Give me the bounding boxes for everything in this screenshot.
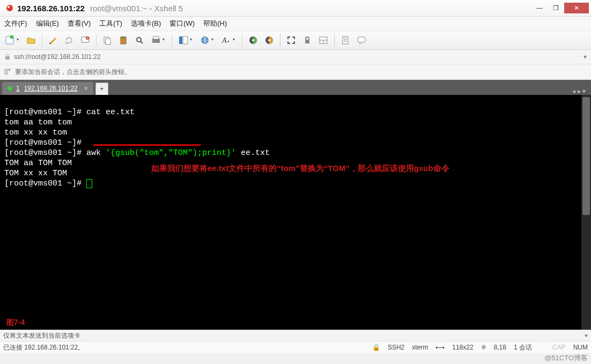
svg-point-12 [137,38,141,42]
sidebar-panel-icon[interactable] [317,34,330,47]
edit-icon[interactable] [47,34,60,47]
status-num: NUM [573,344,588,351]
log-icon[interactable] [339,34,352,47]
compose-bar: 仅将文本发送到当前选项卡 ▾ [0,330,591,341]
prompt: [root@vms001 ~]# [4,138,82,147]
menu-edit[interactable]: 编辑(E) [36,19,59,28]
cmd-cat: cat ee.txt [86,108,135,117]
compose-dropdown-icon[interactable]: ▾ [585,332,588,339]
menu-file[interactable]: 文件(F) [4,19,27,28]
title-ip: 192.168.26.101:22 [17,4,85,13]
output-line: TOM xx xx TOM [4,169,67,178]
tip-arrow-icon[interactable] [4,68,12,76]
svg-rect-25 [305,40,309,43]
svg-rect-4 [49,43,51,44]
menu-tabs[interactable]: 选项卡(B) [131,19,161,28]
properties-icon[interactable] [176,34,195,47]
svg-rect-11 [122,36,125,38]
help-balloon-icon[interactable] [355,34,368,47]
tabstrip: 1 192.168.26.101:22 × + ◂ ▸ ▾ [0,80,591,95]
status-size-icon: ⟷ [435,344,445,351]
close-button[interactable]: ✕ [564,3,589,13]
svg-rect-3 [10,35,13,39]
lock-icon[interactable] [301,34,314,47]
app-logo-icon [5,4,14,12]
address-dropdown-icon[interactable]: ▾ [583,53,587,61]
compose-text: 仅将文本发送到当前选项卡 [3,331,80,340]
maximize-button[interactable]: ❐ [548,3,563,13]
status-termtype: xterm [412,344,428,351]
status-bar: 已连接 192.168.26.101:22。 🔒 SSH2 xterm ⟷ 11… [0,341,591,353]
figure-label: 图7-4 [6,317,25,328]
terminal[interactable]: [root@vms001 ~]# cat ee.txt tom aa tom t… [0,95,591,330]
tip-text: 要添加当前会话，点击左侧的箭头按钮。 [15,68,131,77]
svg-rect-34 [5,56,10,60]
font-icon[interactable]: A▪ [219,34,238,47]
output-line: tom aa tom tom [4,118,72,127]
tab-nav-arrows[interactable]: ◂ ▸ ▾ [572,87,589,95]
address-url[interactable]: ssh://root@192.168.26.101:22 [14,53,580,61]
paste-icon[interactable] [117,34,130,47]
titlebar: 192.168.26.101:22 root@vms001:~ - Xshell… [0,0,591,17]
highlight-icon[interactable] [263,34,276,47]
svg-point-0 [6,5,13,11]
svg-line-13 [141,41,143,43]
scrollbar-thumb[interactable] [582,97,590,215]
prompt: [root@vms001 ~]# [4,148,86,158]
menubar: 文件(F) 编辑(E) 查看(V) 工具(T) 选项卡(B) 窗口(W) 帮助(… [0,17,591,31]
menu-view[interactable]: 查看(V) [68,19,91,28]
svg-point-22 [252,39,254,41]
toolbar: A▪ [0,31,591,50]
status-lock-icon: 🔒 [372,344,380,351]
menu-tools[interactable]: 工具(T) [99,19,122,28]
svg-rect-35 [5,69,8,74]
fullscreen-icon[interactable] [285,34,298,47]
disconnect-icon[interactable] [79,34,92,47]
svg-rect-7 [87,38,88,39]
open-session-icon[interactable] [25,34,38,47]
svg-rect-15 [153,36,159,39]
svg-rect-16 [179,36,182,44]
tab-close-icon[interactable]: × [84,85,88,92]
status-cursor-pos: 8,18 [494,344,506,351]
session-tab[interactable]: 1 192.168.26.101:22 × [2,82,93,95]
watermark: @51CTO博客 [544,353,588,363]
status-connection: 已连接 192.168.26.101:22。 [3,343,84,352]
status-dot-icon [8,86,12,91]
status-pos-icon: ⁜ [481,344,486,351]
new-session-icon[interactable] [3,34,21,47]
red-underline-annotation [93,144,201,146]
svg-point-24 [268,39,270,41]
cursor-icon [86,179,92,188]
language-icon[interactable] [198,34,216,47]
copy-icon[interactable] [101,34,114,47]
svg-rect-17 [183,36,188,44]
terminal-scrollbar[interactable] [581,95,591,330]
prompt: [root@vms001 ~]# [4,179,86,188]
tab-num: 1 [16,85,20,92]
cmd-awk: awk [86,148,106,158]
lock-small-icon [4,54,11,60]
print-icon[interactable] [149,34,167,47]
menu-help[interactable]: 帮助(H) [203,19,227,28]
tab-label: 192.168.26.101:22 [24,85,78,92]
menu-window[interactable]: 窗口(W) [169,19,195,28]
status-cap: CAP [552,344,566,351]
annotation-text: 如果我们想要将ee.txt文件中所有的“tom”替换为“TOM”，那么就应该使用… [151,161,494,175]
svg-point-1 [8,6,10,8]
cmd-awk-body: '{gsub("tom","TOM");print}' [106,148,236,158]
tip-bar: 要添加当前会话，点击左侧的箭头按钮。 [0,64,591,80]
status-protocol: SSH2 [388,344,404,351]
cmd-awk-file: ee.txt [236,148,270,158]
status-sessions: 1 会话 [514,343,532,352]
svg-text:A: A [221,36,227,44]
svg-rect-33 [358,37,365,42]
find-icon[interactable] [133,34,146,47]
tab-add-button[interactable]: + [95,83,108,95]
reconnect-icon[interactable] [63,34,76,47]
output-line: tom xx xx tom [4,128,67,137]
color-scheme-icon[interactable] [247,34,260,47]
svg-text:▪: ▪ [227,39,229,44]
minimize-button[interactable]: — [532,3,547,13]
status-size: 118x22 [452,344,473,351]
